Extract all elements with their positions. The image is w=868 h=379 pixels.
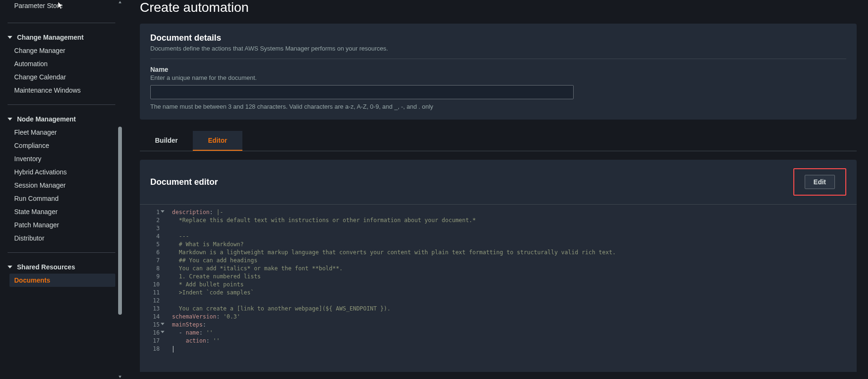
edit-button-highlight: Edit <box>793 168 846 196</box>
nav-group-label: Node Management <box>17 115 76 123</box>
name-help: The name must be between 3 and 128 chara… <box>150 103 846 110</box>
name-field-group: Name Enter a unique name for the documen… <box>150 59 846 110</box>
document-editor-panel: Document editor Edit 1234567891011121314… <box>140 160 857 372</box>
document-details-panel: Document details Documents define the ac… <box>140 24 857 120</box>
editor-heading: Document editor <box>150 177 218 187</box>
sidebar-item-run-command[interactable]: Run Command <box>8 192 115 205</box>
sidebar-item-documents[interactable]: Documents <box>9 274 115 287</box>
sidebar-item-compliance[interactable]: Compliance <box>8 139 115 152</box>
main-content: Create automation Document details Docum… <box>123 0 868 379</box>
divider <box>8 104 115 105</box>
nav-group-node-management[interactable]: Node Management <box>8 112 115 126</box>
nav-group-change-management[interactable]: Change Management <box>8 31 115 44</box>
nav-group-shared-resources[interactable]: Shared Resources <box>8 260 115 274</box>
page-title: Create automation <box>140 0 857 15</box>
tab-builder[interactable]: Builder <box>140 131 193 151</box>
sidebar-item-hybrid-activations[interactable]: Hybrid Activations <box>8 165 115 179</box>
divider <box>8 23 115 23</box>
sidebar-item-change-calendar[interactable]: Change Calendar <box>8 70 115 84</box>
name-hint: Enter a unique name for the document. <box>150 74 846 81</box>
tab-editor[interactable]: Editor <box>193 131 242 151</box>
panel-subtitle: Documents define the actions that AWS Sy… <box>150 45 846 52</box>
nav-group-label: Shared Resources <box>17 263 75 271</box>
sidebar-item-change-manager[interactable]: Change Manager <box>8 44 115 57</box>
scrollbar-thumb[interactable] <box>118 127 122 315</box>
document-name-input[interactable] <box>150 85 574 99</box>
sidebar-scrollbar[interactable] <box>117 0 123 379</box>
chevron-down-icon <box>8 118 12 121</box>
editor-tabs: Builder Editor <box>140 131 857 151</box>
sidebar-item-parameter-store[interactable]: Parameter Store <box>8 0 115 15</box>
sidebar-item-state-manager[interactable]: State Manager <box>8 205 115 218</box>
scroll-down-icon[interactable] <box>118 374 122 379</box>
code-content[interactable]: description: |- *Replace this default te… <box>163 208 616 353</box>
code-editor[interactable]: 123456789101112131415161718 description:… <box>140 204 857 372</box>
chevron-down-icon <box>8 36 12 39</box>
edit-button[interactable]: Edit <box>805 175 835 189</box>
sidebar-item-maintenance-windows[interactable]: Maintenance Windows <box>8 84 115 97</box>
panel-heading: Document details <box>150 33 846 43</box>
sidebar-item-session-manager[interactable]: Session Manager <box>8 179 115 192</box>
sidebar-item-distributor[interactable]: Distributor <box>8 232 115 245</box>
sidebar-item-automation[interactable]: Automation <box>8 57 115 70</box>
sidebar-item-inventory[interactable]: Inventory <box>8 152 115 165</box>
name-label: Name <box>150 66 846 73</box>
sidebar: Parameter Store Change Management Change… <box>0 0 123 379</box>
divider <box>8 252 115 253</box>
code-gutter: 123456789101112131415161718 <box>140 208 163 353</box>
chevron-down-icon <box>8 266 12 268</box>
sidebar-item-fleet-manager[interactable]: Fleet Manager <box>8 126 115 139</box>
sidebar-item-patch-manager[interactable]: Patch Manager <box>8 218 115 232</box>
scroll-up-icon[interactable] <box>118 0 122 5</box>
nav-group-label: Change Management <box>17 34 84 41</box>
